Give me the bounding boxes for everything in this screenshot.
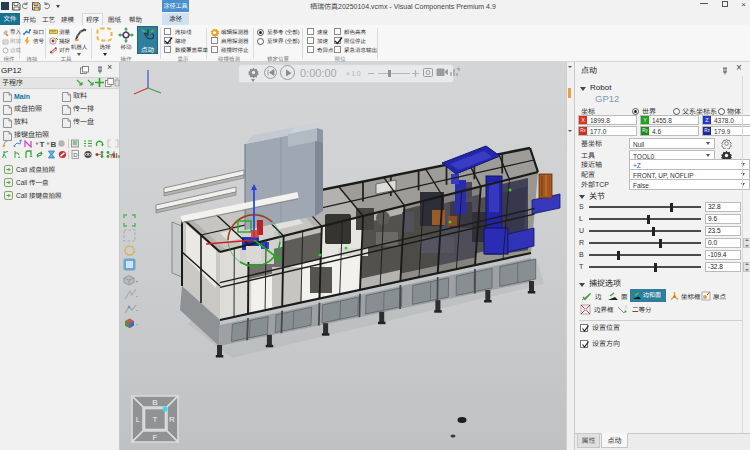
svg-text:B: B: [152, 398, 157, 407]
svg-text:F: F: [153, 433, 158, 442]
svg-text:T: T: [40, 140, 45, 149]
svg-text:L: L: [136, 415, 141, 424]
svg-text:D: D: [73, 152, 78, 158]
svg-text:R: R: [169, 415, 175, 424]
svg-text:B: B: [51, 140, 57, 149]
svg-text:T: T: [153, 415, 158, 424]
